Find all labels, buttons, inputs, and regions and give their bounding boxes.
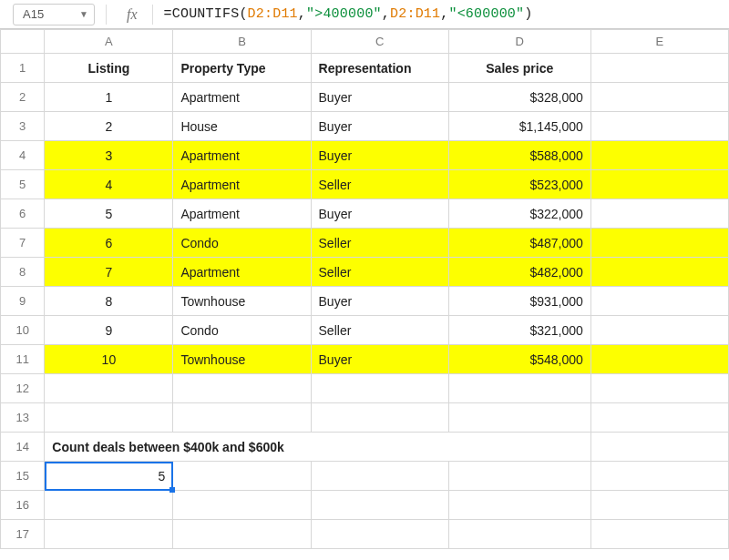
cell[interactable] xyxy=(448,403,590,433)
cell[interactable] xyxy=(590,520,728,549)
cell[interactable] xyxy=(311,462,448,491)
formula-input[interactable]: =COUNTIFS(D2:D11,">400000",D2:D11,"<6000… xyxy=(164,6,724,22)
cell[interactable] xyxy=(590,433,728,462)
row-header[interactable]: 7 xyxy=(1,229,45,258)
cell[interactable] xyxy=(173,520,311,549)
row-header[interactable]: 10 xyxy=(1,316,45,345)
cell[interactable] xyxy=(173,491,311,520)
cell[interactable] xyxy=(311,491,448,520)
cell[interactable] xyxy=(448,374,590,403)
cell[interactable] xyxy=(590,199,728,229)
corner-cell[interactable] xyxy=(1,30,45,54)
cell-price[interactable]: $548,000 xyxy=(448,345,590,374)
cell[interactable] xyxy=(45,491,173,520)
row-header[interactable]: 15 xyxy=(1,462,45,491)
cell-rep[interactable]: Seller xyxy=(311,258,448,287)
cell-rep[interactable]: Seller xyxy=(311,229,448,258)
cell[interactable] xyxy=(173,462,311,491)
cell[interactable] xyxy=(590,287,728,316)
cell-rep[interactable]: Buyer xyxy=(311,83,448,112)
cell-listing[interactable]: 1 xyxy=(45,83,173,112)
cell[interactable] xyxy=(448,462,590,491)
col-header-E[interactable]: E xyxy=(590,30,728,54)
row-header[interactable]: 4 xyxy=(1,141,45,170)
name-box-dropdown-icon[interactable]: ▼ xyxy=(79,9,88,19)
cell[interactable] xyxy=(448,520,590,549)
cell-ptype[interactable]: Condo xyxy=(173,316,311,345)
header-price[interactable]: Sales price xyxy=(448,54,590,83)
cell-rep[interactable]: Buyer xyxy=(311,112,448,141)
cell[interactable] xyxy=(590,170,728,199)
cell[interactable] xyxy=(590,258,728,287)
cell-ptype[interactable]: House xyxy=(173,112,311,141)
cell[interactable] xyxy=(590,112,728,141)
col-header-D[interactable]: D xyxy=(448,30,590,54)
header-rep[interactable]: Representation xyxy=(311,54,448,83)
cell[interactable] xyxy=(45,403,173,433)
row-header[interactable]: 3 xyxy=(1,112,45,141)
cell[interactable] xyxy=(311,403,448,433)
cell[interactable] xyxy=(448,491,590,520)
fx-icon[interactable]: fx xyxy=(118,6,141,23)
cell-ptype[interactable]: Townhouse xyxy=(173,345,311,374)
cell[interactable] xyxy=(311,374,448,403)
row-header[interactable]: 12 xyxy=(1,374,45,403)
cell[interactable] xyxy=(590,374,728,403)
cell[interactable] xyxy=(311,520,448,549)
cell-price[interactable]: $482,000 xyxy=(448,258,590,287)
col-header-B[interactable]: B xyxy=(173,30,311,54)
cell-price[interactable]: $1,145,000 xyxy=(448,112,590,141)
cell[interactable] xyxy=(590,141,728,170)
cell-price[interactable]: $588,000 xyxy=(448,141,590,170)
cell[interactable] xyxy=(590,54,728,83)
header-ptype[interactable]: Property Type xyxy=(173,54,311,83)
cell[interactable] xyxy=(590,462,728,491)
cell-rep[interactable]: Buyer xyxy=(311,141,448,170)
cell[interactable] xyxy=(590,229,728,258)
header-listing[interactable]: Listing xyxy=(45,54,173,83)
count-label[interactable]: Count deals between $400k and $600k xyxy=(45,433,590,462)
row-header[interactable]: 2 xyxy=(1,83,45,112)
row-header[interactable]: 17 xyxy=(1,520,45,549)
cell-listing[interactable]: 2 xyxy=(45,112,173,141)
cell-price[interactable]: $487,000 xyxy=(448,229,590,258)
cell-ptype[interactable]: Apartment xyxy=(173,258,311,287)
col-header-A[interactable]: A xyxy=(45,30,173,54)
cell[interactable] xyxy=(173,374,311,403)
cell-listing[interactable]: 7 xyxy=(45,258,173,287)
cell-ptype[interactable]: Apartment xyxy=(173,83,311,112)
cell-price[interactable]: $322,000 xyxy=(448,199,590,229)
cell[interactable] xyxy=(590,345,728,374)
cell[interactable] xyxy=(590,491,728,520)
cell-ptype[interactable]: Apartment xyxy=(173,170,311,199)
cell-rep[interactable]: Buyer xyxy=(311,345,448,374)
cell-rep[interactable]: Seller xyxy=(311,170,448,199)
cell-listing[interactable]: 3 xyxy=(45,141,173,170)
row-header[interactable]: 6 xyxy=(1,199,45,229)
row-header[interactable]: 11 xyxy=(1,345,45,374)
row-header[interactable]: 16 xyxy=(1,491,45,520)
cell-listing[interactable]: 8 xyxy=(45,287,173,316)
cell[interactable] xyxy=(590,316,728,345)
cell[interactable] xyxy=(45,520,173,549)
cell-listing[interactable]: 9 xyxy=(45,316,173,345)
cell-price[interactable]: $328,000 xyxy=(448,83,590,112)
cell[interactable] xyxy=(173,403,311,433)
cell-ptype[interactable]: Apartment xyxy=(173,141,311,170)
row-header[interactable]: 8 xyxy=(1,258,45,287)
cell-listing[interactable]: 5 xyxy=(45,199,173,229)
cell-listing[interactable]: 6 xyxy=(45,229,173,258)
row-header[interactable]: 9 xyxy=(1,287,45,316)
cell-rep[interactable]: Seller xyxy=(311,316,448,345)
cell-price[interactable]: $931,000 xyxy=(448,287,590,316)
name-box[interactable]: A15 ▼ xyxy=(13,4,95,25)
cell-price[interactable]: $321,000 xyxy=(448,316,590,345)
cell[interactable] xyxy=(45,374,173,403)
row-header[interactable]: 13 xyxy=(1,403,45,433)
row-header[interactable]: 14 xyxy=(1,433,45,462)
cell-ptype[interactable]: Apartment xyxy=(173,199,311,229)
cell[interactable] xyxy=(590,83,728,112)
cell-listing[interactable]: 4 xyxy=(45,170,173,199)
cell-price[interactable]: $523,000 xyxy=(448,170,590,199)
cell-rep[interactable]: Buyer xyxy=(311,199,448,229)
